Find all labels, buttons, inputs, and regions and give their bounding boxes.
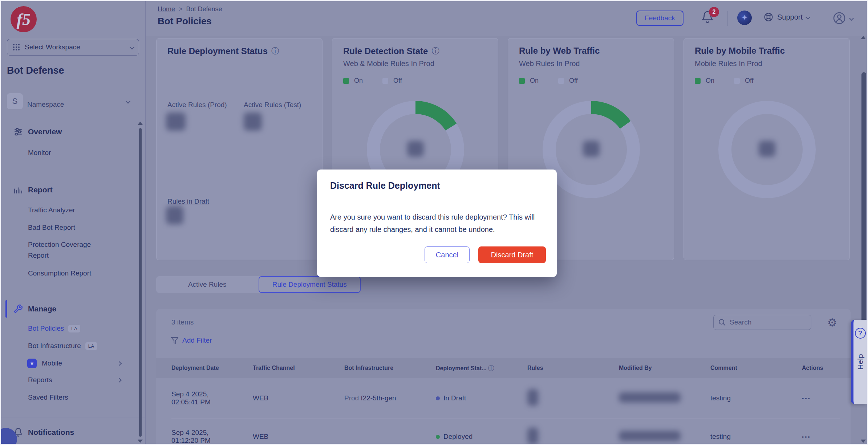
items-count: 3 items [171, 318, 194, 326]
legend-off-swatch [558, 78, 564, 84]
f5-logo[interactable]: f5 [11, 6, 37, 32]
cell-traffic-channel: WEB [253, 433, 344, 441]
sidebar-item-label: Manage [28, 305, 56, 313]
sidebar-item-mobile[interactable]: ★ Mobile [1, 356, 141, 371]
search-input[interactable] [730, 318, 802, 326]
sidebar-item-bot-policies[interactable]: Bot Policies LA [1, 322, 141, 335]
modal-body-text: Are you sure you want to discard this ru… [330, 211, 545, 236]
tab-active-rules[interactable]: Active Rules [156, 276, 259, 293]
table-row[interactable]: Sep 4 2025,01:12:20 PM WEB Deployed test… [156, 419, 851, 445]
sidebar-scrollbar-thumb[interactable] [139, 128, 142, 437]
column-header[interactable]: Comment [710, 365, 802, 371]
table-row[interactable]: Sep 4 2025,02:05:41 PM WEB Prod f22-5th-… [156, 378, 851, 419]
redacted-value [527, 389, 538, 406]
column-header[interactable]: Bot Infrastructure [344, 365, 436, 371]
card-title: Rule by Mobile Traffic [695, 46, 785, 56]
sidebar-item-overview[interactable]: Overview [1, 124, 141, 139]
table-settings-gear-icon[interactable]: ⚙ [827, 316, 837, 329]
sidebar-item-manage[interactable]: Manage [1, 302, 141, 316]
main-scroll-down[interactable] [861, 440, 866, 443]
tab-rule-deployment-status[interactable]: Rule Deployment Status [259, 276, 361, 293]
legend-on-label: On [706, 77, 714, 85]
question-mark-icon: ? [855, 328, 866, 339]
legend-on-label: On [530, 77, 539, 85]
sidebar-item-reports[interactable]: Reports [1, 373, 141, 387]
sidebar-scroll-up[interactable] [138, 122, 143, 125]
sidebar-item-protection-coverage-report[interactable]: Protection Coverage Report [1, 238, 141, 262]
divider [1, 417, 146, 417]
chevron-down-icon [806, 15, 810, 20]
sidebar-item-saved-filters[interactable]: Saved Filters [1, 391, 141, 404]
column-header[interactable]: Actions [802, 365, 851, 371]
column-header[interactable]: Rules [527, 365, 619, 371]
namespace-avatar: S [7, 93, 23, 109]
funnel-icon [171, 336, 179, 344]
sidebar-item-monitor[interactable]: Monitor [1, 146, 141, 159]
overview-icon [13, 127, 23, 136]
star-icon: ★ [27, 359, 37, 368]
sidebar-item-label: Consumption Report [28, 269, 91, 277]
redacted-value [759, 141, 775, 157]
sidebar-item-consumption-report[interactable]: Consumption Report [1, 267, 141, 280]
card-title: Rule Detection Stateⓘ [343, 46, 439, 57]
discard-draft-button[interactable]: Discard Draft [478, 246, 546, 263]
ai-assistant-button[interactable]: ✦ [737, 11, 752, 25]
add-filter-button[interactable]: Add Filter [171, 336, 212, 344]
search-icon [718, 318, 726, 326]
redacted-value [244, 113, 262, 131]
row-actions-menu[interactable]: ••• [802, 395, 851, 401]
breadcrumb-separator: > [179, 5, 183, 13]
account-menu[interactable] [832, 11, 853, 25]
workspace-selector[interactable]: Select Workspace [7, 39, 139, 56]
table-header-row: Deployment Date Traffic Channel Bot Infr… [156, 358, 851, 378]
chevron-right-icon [117, 378, 122, 383]
sidebar-item-label: Bad Bot Report [28, 224, 75, 232]
sidebar-item-notifications[interactable]: Notifications [1, 425, 141, 440]
row-actions-menu[interactable]: ••• [802, 434, 851, 440]
main-scroll-up[interactable] [861, 36, 866, 39]
sidebar-item-bot-infrastructure[interactable]: Bot Infrastructure LA [1, 339, 141, 352]
breadcrumb-home-link[interactable]: Home [158, 5, 175, 13]
cell-comment: testing [710, 394, 802, 402]
rules-in-draft-link[interactable]: Rules in Draft [167, 197, 209, 205]
column-header[interactable]: Traffic Channel [253, 365, 344, 371]
sidebar-item-report[interactable]: Report [1, 183, 141, 197]
cell-deployment-date: Sep 4 2025,02:05:41 PM [171, 390, 253, 406]
view-tabs: Active Rules Rule Deployment Status [156, 276, 361, 293]
wrench-icon [13, 304, 23, 314]
sidebar-item-bad-bot-report[interactable]: Bad Bot Report [1, 221, 141, 234]
divider [317, 198, 557, 198]
column-header[interactable]: Deployment Stat... ⓘ [436, 364, 527, 372]
sidebar-scroll-down[interactable] [138, 440, 143, 443]
legend-on-swatch [519, 78, 525, 84]
modal-title: Discard Rule Deployment [330, 180, 440, 191]
column-header[interactable]: Modified By [619, 365, 710, 371]
sidebar-item-label: Traffic Analyzer [28, 206, 75, 214]
namespace-selector[interactable]: S Namespace [7, 92, 139, 111]
redacted-value [407, 141, 424, 157]
info-icon[interactable]: ⓘ [271, 46, 279, 57]
info-icon[interactable]: ⓘ [488, 365, 494, 372]
breadcrumb: Home > Bot Defense [158, 5, 222, 13]
sidebar-item-label: Overview [28, 127, 62, 136]
column-header[interactable]: Deployment Date [171, 365, 253, 371]
metric-label: Active Rules (Test) [244, 101, 301, 109]
card-rule-deployment-status: Rule Deployment Statusⓘ Active Rules (Pr… [156, 38, 323, 260]
help-tab[interactable]: ? Help [851, 320, 867, 404]
main-scrollbar-thumb[interactable] [861, 72, 866, 360]
support-menu[interactable]: Support [763, 12, 810, 22]
divider [1, 118, 146, 118]
la-badge: LA [85, 342, 97, 350]
search-box[interactable] [713, 315, 811, 330]
feedback-button[interactable]: Feedback [636, 11, 684, 26]
support-label: Support [777, 13, 803, 21]
cell-rules [527, 389, 619, 408]
cancel-button[interactable]: Cancel [425, 246, 470, 263]
info-icon[interactable]: ⓘ [431, 46, 439, 57]
status-dot [436, 396, 440, 400]
workspace-selector-label: Select Workspace [25, 43, 126, 51]
namespace-label: Namespace [27, 101, 126, 109]
sidebar-item-traffic-analyzer[interactable]: Traffic Analyzer [1, 204, 141, 217]
notifications-bell-button[interactable]: 2 [701, 11, 717, 26]
card-title: Rule Deployment Statusⓘ [167, 46, 279, 57]
